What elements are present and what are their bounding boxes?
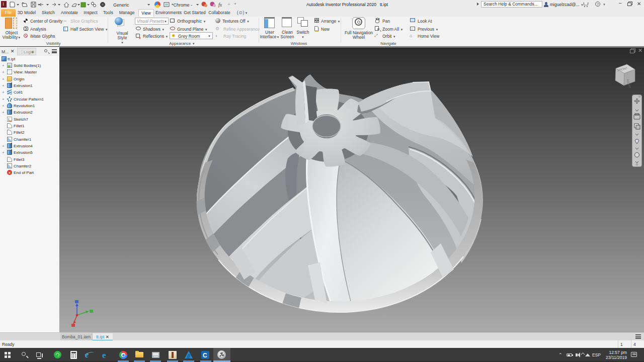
svg-text:*Chrome -: *Chrome - <box>172 3 192 8</box>
svg-text:Generic: Generic <box>113 3 129 8</box>
svg-text:fx: fx <box>218 2 222 8</box>
